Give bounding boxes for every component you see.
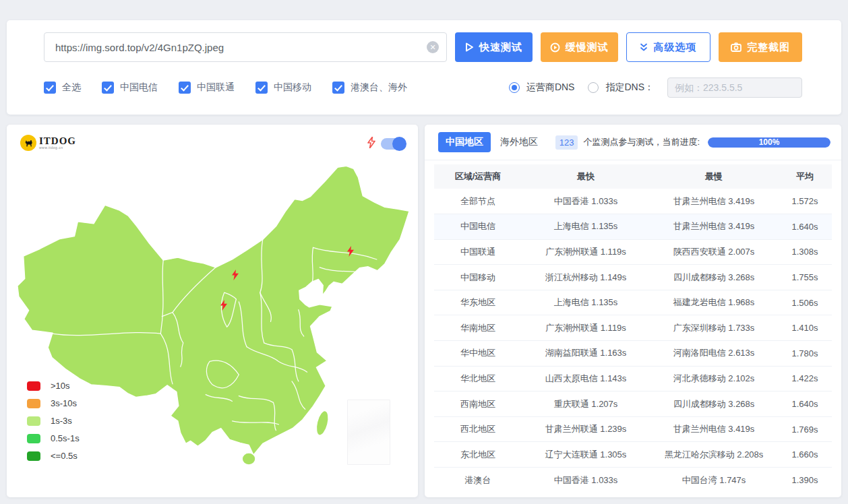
clear-input-icon[interactable]: ✕ <box>427 41 439 53</box>
legend-item: 3s-10s <box>27 398 80 408</box>
custom-dns-label: 指定DNS： <box>605 82 654 94</box>
checkbox-label: 港澳台、海外 <box>351 82 407 94</box>
camera-icon <box>731 42 741 52</box>
col-header-slowest: 最慢 <box>650 164 778 189</box>
carrier-dns-label: 运营商DNS <box>526 82 575 94</box>
slow-test-button[interactable]: 缓慢测试 <box>541 32 618 62</box>
cell-region: 西北地区 <box>434 416 522 442</box>
progress-fill: 100% <box>708 137 830 148</box>
table-row[interactable]: 西南地区 重庆联通 1.207s 四川成都移动 3.268s 1.640s <box>434 391 832 417</box>
cell-slowest: 黑龙江哈尔滨移动 2.208s <box>650 442 778 468</box>
cell-fastest: 甘肃兰州联通 1.239s <box>522 416 650 442</box>
url-input[interactable] <box>44 32 447 62</box>
test-toolbar: ✕ 快速测试 缓慢测试 高级选项 完整截图 <box>7 20 841 115</box>
cell-fastest: 浙江杭州移动 1.149s <box>522 265 650 290</box>
itdog-logo: ITDOG www.itdog.cn <box>20 135 76 151</box>
results-panel: 中国地区 海外地区 123 个监测点参与测试，当前进度: 100% 区域/运营商… <box>425 125 841 497</box>
legend-label: >10s <box>51 381 70 391</box>
lightning-mode-toggle[interactable] <box>381 138 406 150</box>
cell-region: 华东地区 <box>434 290 522 315</box>
cell-fastest: 中国香港 1.033s <box>522 468 650 493</box>
table-row[interactable]: 华东地区 上海电信 1.135s 福建龙岩电信 1.968s 1.506s <box>434 290 832 315</box>
custom-dns-input[interactable] <box>667 77 802 98</box>
cell-region: 华中地区 <box>434 341 522 367</box>
cell-fastest: 山西太原电信 1.143s <box>522 366 650 391</box>
cell-average: 1.308s <box>778 239 832 265</box>
checkbox-select-all[interactable]: 全选 <box>44 82 81 94</box>
table-row[interactable]: 中国移动 浙江杭州移动 1.149s 四川成都移动 3.268s 1.755s <box>434 265 832 290</box>
cell-average: 1.640s <box>778 214 832 240</box>
url-input-wrap: ✕ <box>44 32 447 62</box>
legend-label: 3s-10s <box>51 398 77 408</box>
full-screenshot-button[interactable]: 完整截图 <box>719 32 802 62</box>
cell-average: 1.572s <box>778 189 832 214</box>
cell-slowest: 广东深圳移动 1.733s <box>650 315 778 341</box>
dns-option-group: 运营商DNS 指定DNS： <box>509 77 802 98</box>
legend-item: >10s <box>27 381 80 391</box>
cell-fastest: 湖南益阳联通 1.163s <box>522 341 650 367</box>
table-row[interactable]: 港澳台 中国香港 1.033s 中国台湾 1.747s 1.390s <box>434 468 832 493</box>
cell-region: 中国联通 <box>434 239 522 265</box>
checkbox-overseas[interactable]: 港澳台、海外 <box>332 82 407 94</box>
table-row[interactable]: 西北地区 甘肃兰州联通 1.239s 甘肃兰州电信 3.419s 1.769s <box>434 416 832 442</box>
fast-test-button[interactable]: 快速测试 <box>455 32 533 62</box>
cell-slowest: 四川成都移动 3.268s <box>650 391 778 417</box>
table-row[interactable]: 华南地区 广东潮州联通 1.119s 广东深圳移动 1.733s 1.410s <box>434 315 832 341</box>
cell-region: 华南地区 <box>434 315 522 341</box>
isp-filter-group: 全选 中国电信 中国联通 中国移动 港澳台、海外 <box>44 82 407 94</box>
cell-average: 1.660s <box>778 442 832 468</box>
checkbox-china-unicom[interactable]: 中国联通 <box>179 82 235 94</box>
radio-custom-dns[interactable] <box>588 82 599 93</box>
progress-bar: 100% <box>708 137 830 148</box>
checkbox-china-telecom[interactable]: 中国电信 <box>102 82 158 94</box>
checkbox-label: 中国电信 <box>120 82 158 94</box>
legend-swatch <box>27 399 40 408</box>
advanced-options-button[interactable]: 高级选项 <box>626 32 711 62</box>
cell-fastest: 上海电信 1.135s <box>522 290 650 315</box>
table-row[interactable]: 中国电信 上海电信 1.135s 甘肃兰州电信 3.419s 1.640s <box>434 214 832 240</box>
fast-test-label: 快速测试 <box>479 41 522 54</box>
checkbox-label: 中国移动 <box>274 82 311 94</box>
checkbox-checked-icon <box>179 82 191 94</box>
cell-fastest: 上海电信 1.135s <box>522 214 650 240</box>
cell-fastest: 中国香港 1.033s <box>522 189 650 214</box>
logo-title: ITDOG <box>39 136 76 146</box>
legend-swatch <box>27 434 40 443</box>
latency-legend: >10s 3s-10s 1s-3s 0.5s-1s <=0.5s <box>27 381 80 468</box>
tab-china-region[interactable]: 中国地区 <box>438 132 491 152</box>
cell-slowest: 四川成都移动 3.268s <box>650 265 778 290</box>
cell-slowest: 甘肃兰州电信 3.419s <box>650 189 778 214</box>
col-header-average: 平均 <box>778 164 832 189</box>
checkbox-label: 全选 <box>62 82 81 94</box>
cell-fastest: 辽宁大连联通 1.305s <box>522 442 650 468</box>
cell-fastest: 广东潮州联通 1.119s <box>522 315 650 341</box>
table-row[interactable]: 全部节点 中国香港 1.033s 甘肃兰州电信 3.419s 1.572s <box>434 189 832 214</box>
checkbox-checked-icon <box>102 82 114 94</box>
toggle-knob <box>392 137 406 151</box>
legend-item: <=0.5s <box>27 451 80 461</box>
tab-overseas-region[interactable]: 海外地区 <box>500 136 538 148</box>
col-header-fastest: 最快 <box>522 164 650 189</box>
table-row[interactable]: 东北地区 辽宁大连联通 1.305s 黑龙江哈尔滨移动 2.208s 1.660… <box>434 442 832 468</box>
table-row[interactable]: 华中地区 湖南益阳联通 1.163s 河南洛阳电信 2.613s 1.780s <box>434 341 832 367</box>
slow-play-circle-icon <box>550 42 560 53</box>
cell-average: 1.780s <box>778 341 832 367</box>
legend-swatch <box>27 451 40 461</box>
cell-slowest: 甘肃兰州电信 3.419s <box>650 214 778 240</box>
cell-slowest: 福建龙岩电信 1.968s <box>650 290 778 315</box>
checkbox-china-mobile[interactable]: 中国移动 <box>255 82 311 94</box>
cell-average: 1.390s <box>778 468 832 493</box>
advanced-options-label: 高级选项 <box>653 41 696 54</box>
cell-region: 华北地区 <box>434 366 522 391</box>
table-header-row: 区域/运营商 最快 最慢 平均 <box>434 164 832 189</box>
double-chevron-down-icon <box>640 43 648 52</box>
table-row[interactable]: 华北地区 山西太原电信 1.143s 河北承德移动 2.102s 1.422s <box>434 366 832 391</box>
boost-toggle-group <box>367 137 406 151</box>
col-header-region: 区域/运营商 <box>434 164 522 189</box>
radio-carrier-dns[interactable] <box>509 82 520 93</box>
legend-swatch <box>27 381 40 391</box>
cell-region: 港澳台 <box>434 468 522 493</box>
table-row[interactable]: 中国联通 广东潮州联通 1.119s 陕西西安联通 2.007s 1.308s <box>434 239 832 265</box>
legend-label: 1s-3s <box>51 416 72 426</box>
dog-icon <box>20 135 36 151</box>
